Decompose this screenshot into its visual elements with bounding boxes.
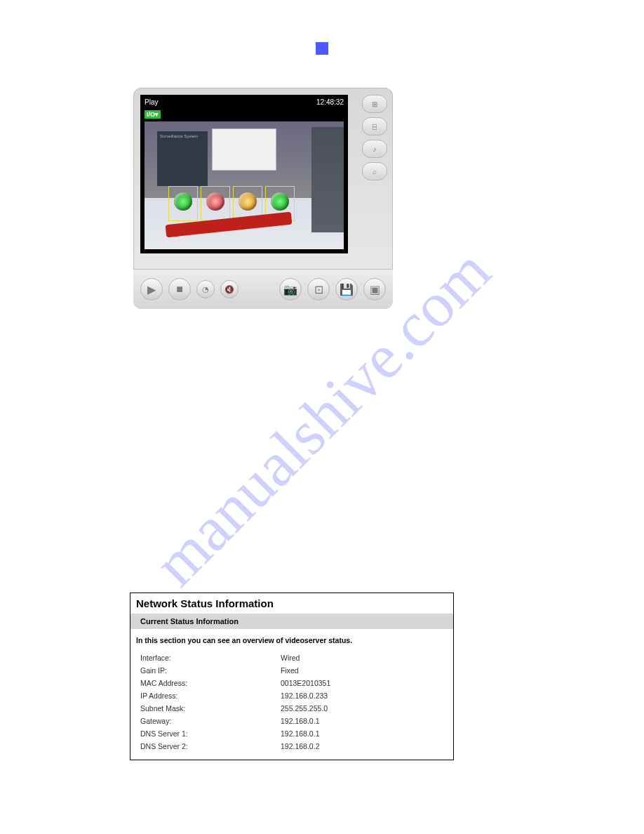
network-row: Gateway:192.168.0.1 xyxy=(140,715,443,727)
side-button-column: ⊞ ⌸ ♪ ⌕ xyxy=(362,95,387,180)
page-marker-square xyxy=(316,42,328,55)
row-key: Interface: xyxy=(140,651,281,664)
stop-icon: ■ xyxy=(176,283,183,296)
network-row: Gain IP:Fixed xyxy=(140,664,443,677)
split-view-icon: ⊞ xyxy=(372,100,377,108)
detection-box xyxy=(201,186,230,221)
video-timestamp: 12:48:32 xyxy=(316,98,344,106)
video-screen: Play 12:48:32 I/O▾ Surveillance System xyxy=(140,95,348,253)
network-row: MAC Address:0013E2010351 xyxy=(140,677,443,689)
snapshot-button[interactable]: 📷 xyxy=(279,278,302,300)
network-subtitle: Current Status Information xyxy=(130,614,453,629)
fullscreen-icon: ▣ xyxy=(370,283,380,296)
network-title: Network Status Information xyxy=(130,593,453,614)
network-table: Interface:Wired Gain IP:Fixed MAC Addres… xyxy=(130,651,453,760)
audio-settings-button[interactable]: ♪ xyxy=(362,140,387,158)
save-button[interactable]: 💾 xyxy=(335,278,358,300)
video-feed: Surveillance System xyxy=(145,121,344,249)
network-row: DNS Server 2:192.168.0.2 xyxy=(140,740,443,753)
indicator-light xyxy=(239,192,257,211)
ptz-button[interactable]: ⊡ xyxy=(307,278,330,300)
network-row: Interface:Wired xyxy=(140,651,443,664)
play-icon: ▶ xyxy=(147,283,156,296)
indicator-light xyxy=(206,192,224,211)
wall-panel: Surveillance System xyxy=(157,131,208,186)
indicator-light xyxy=(271,192,289,211)
video-player: Play 12:48:32 I/O▾ Surveillance System ⊞ xyxy=(133,88,393,309)
row-value: Fixed xyxy=(281,664,443,677)
network-status-panel: Network Status Information Current Statu… xyxy=(130,593,454,760)
volume-icon: ◔ xyxy=(202,285,209,294)
row-key: DNS Server 2: xyxy=(140,740,281,753)
wall-box xyxy=(212,128,276,171)
row-key: Subnet Mask: xyxy=(140,702,281,715)
row-value: Wired xyxy=(281,651,443,664)
row-key: IP Address: xyxy=(140,689,281,702)
record-settings-button[interactable]: ⌕ xyxy=(362,162,387,180)
row-key: Gain IP: xyxy=(140,664,281,677)
save-icon: 💾 xyxy=(340,283,354,296)
io-badge[interactable]: I/O▾ xyxy=(145,110,161,119)
row-value: 192.168.0.233 xyxy=(281,689,443,702)
mute-icon: 🔇 xyxy=(224,285,234,294)
mute-button[interactable]: 🔇 xyxy=(220,280,239,298)
row-value: 0013E2010351 xyxy=(281,677,443,689)
indicator-light xyxy=(174,192,192,211)
snapshot-icon: 📷 xyxy=(283,283,297,296)
cabinet xyxy=(311,127,344,232)
row-value: 255.255.255.0 xyxy=(281,702,443,715)
network-note: In this section you can see an overview … xyxy=(130,629,453,651)
play-button[interactable]: ▶ xyxy=(140,278,163,300)
split-view-button[interactable]: ⊞ xyxy=(362,95,387,113)
fullscreen-button[interactable]: ▣ xyxy=(363,278,386,300)
stop-button[interactable]: ■ xyxy=(168,278,191,300)
ptz-icon: ⊡ xyxy=(314,283,323,296)
layout-icon: ⌸ xyxy=(373,123,377,131)
volume-button[interactable]: ◔ xyxy=(196,280,215,298)
video-topbar: Play 12:48:32 xyxy=(142,96,347,107)
row-key: DNS Server 1: xyxy=(140,727,281,740)
network-row: DNS Server 1:192.168.0.1 xyxy=(140,727,443,740)
record-icon: ⌕ xyxy=(373,168,377,176)
network-row: IP Address:192.168.0.233 xyxy=(140,689,443,702)
row-key: Gateway: xyxy=(140,715,281,727)
row-value: 192.168.0.1 xyxy=(281,715,443,727)
audio-icon: ♪ xyxy=(373,145,377,153)
control-bar: ▶ ■ ◔ 🔇 📷 ⊡ 💾 ▣ xyxy=(133,269,393,309)
network-row: Subnet Mask:255.255.255.0 xyxy=(140,702,443,715)
row-key: MAC Address: xyxy=(140,677,281,689)
row-value: 192.168.0.2 xyxy=(281,740,443,753)
layout-button[interactable]: ⌸ xyxy=(362,117,387,135)
row-value: 192.168.0.1 xyxy=(281,727,443,740)
play-status-label: Play xyxy=(145,98,158,106)
detection-box xyxy=(168,186,198,221)
